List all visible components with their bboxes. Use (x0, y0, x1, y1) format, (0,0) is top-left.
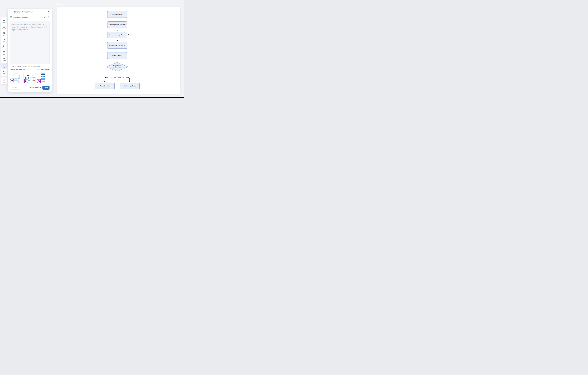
thumbs-up-icon[interactable] (44, 16, 46, 18)
disclaimer-text: Always verify the accuracy of AI-generat… (12, 65, 42, 67)
app-window: Ask a question Do background research Co… (0, 0, 184, 98)
flow-node-background-research[interactable]: Do background research (107, 21, 127, 28)
selected-image-icon (24, 79, 28, 83)
sidebar-item-graph[interactable]: Graph (1, 56, 7, 62)
sidebar-item-search[interactable]: Search (1, 18, 7, 24)
related-icon-thumbnail-stacked-steps[interactable]: sample text sample text sample text samp… (37, 73, 49, 83)
panel-footer: ‹ Back Give Feedback Done (10, 86, 50, 90)
ai-disclaimer-row: Always verify the accuracy of AI-generat… (10, 65, 42, 67)
flow-node-construct-hypothesis[interactable]: Construct a hypothesis (107, 32, 127, 38)
prompt-text: Outline the steps of the scientific meth… (11, 23, 48, 31)
sidebar-item-text[interactable]: Text (1, 31, 7, 37)
status-text: Generation complete (13, 16, 29, 18)
close-icon[interactable]: ✕ (48, 11, 50, 13)
sidebar-item-uploads[interactable]: Uploads (1, 24, 7, 31)
bottom-letterbox-bar (0, 97, 184, 98)
back-button[interactable]: ‹ Back (10, 86, 19, 90)
arrow-line-icon (3, 38, 5, 41)
bar-graph-icon (3, 57, 5, 60)
sparkles-icon (3, 64, 5, 66)
generation-status-row: Generation complete (10, 16, 50, 18)
selected-image-icon (10, 79, 14, 83)
svg-text:sample text: sample text (15, 82, 18, 82)
sidebar-item-more[interactable]: More (1, 69, 7, 75)
svg-text:sample text: sample text (14, 75, 17, 75)
edit-sidebar-card: Edit (1, 77, 7, 84)
svg-text:sample text: sample text (42, 81, 44, 82)
related-icons-row: Related BioRender Icons See more results (10, 69, 50, 71)
svg-text:sample text: sample text (42, 79, 44, 79)
selected-image-icon (38, 79, 41, 83)
panel-header: ← Generate Flowchart ✕ (10, 11, 50, 13)
tool-sidebar: Search Uploads Text (1, 17, 7, 84)
sidebar-item-shapes[interactable]: Shapes (1, 43, 7, 50)
related-icon-thumbnail-decision-flowchart[interactable] (23, 73, 36, 83)
sidebar-item-lines[interactable]: Lines (1, 37, 7, 43)
flow-node-revise-hypothesis[interactable]: Revise hypothesis (120, 83, 140, 89)
related-icons-heading: Related BioRender Icons (10, 69, 27, 71)
feedback-thumbs (44, 16, 50, 18)
svg-text:sample text: sample text (42, 76, 44, 77)
info-icon[interactable] (31, 11, 32, 13)
svg-text:sample text: sample text (42, 74, 44, 75)
flow-node-report-results[interactable]: Report results (95, 83, 115, 89)
table-icon (3, 51, 5, 53)
back-arrow-icon[interactable]: ← (10, 11, 12, 13)
canvas-top-highlight (55, 3, 65, 6)
upload-icon (3, 25, 5, 28)
info-icon (10, 65, 11, 67)
done-button[interactable]: Done (42, 86, 50, 90)
branch-label-yes[interactable]: Yes (108, 76, 114, 79)
flow-node-analyze-results[interactable]: Analyze results (107, 52, 127, 59)
prompt-input[interactable]: Outline the steps of the scientific meth… (10, 21, 50, 64)
panel-title: Generate Flowchart (14, 11, 30, 13)
thumbs-down-icon[interactable] (48, 16, 50, 18)
related-icon-thumbnail-outline-flowchart[interactable]: sample text sample text sample text (10, 73, 22, 83)
tool-sidebar-card: Search Uploads Text (1, 17, 7, 76)
related-icon-results: sample text sample text sample text (10, 73, 49, 83)
see-more-results-link[interactable]: See more results (38, 69, 50, 71)
sliders-icon (3, 79, 5, 81)
give-feedback-link[interactable]: Give Feedback (30, 87, 41, 89)
flow-decision-label[interactable]: Hypothesis supported? (110, 64, 124, 70)
generate-flowchart-panel: ← Generate Flowchart ✕ Generation comple… (8, 9, 52, 92)
svg-text:sample text: sample text (14, 78, 17, 79)
ellipsis-icon (3, 70, 5, 73)
flow-node-test-experiment[interactable]: Test with an experiment (107, 42, 127, 49)
chevron-left-icon: ‹ (12, 86, 13, 89)
shapes-icon (3, 44, 5, 47)
sidebar-item-table[interactable]: Table (1, 50, 7, 56)
check-circle-icon (10, 16, 12, 18)
flowchart-canvas[interactable]: Ask a question Do background research Co… (57, 7, 180, 94)
connector-lines (57, 7, 180, 94)
flow-node-ask-question[interactable]: Ask a question (107, 11, 127, 18)
sidebar-item-edit[interactable]: Edit (1, 78, 7, 84)
search-icon (3, 19, 5, 21)
text-frame-icon (3, 32, 5, 34)
branch-label-no[interactable]: No (121, 76, 126, 79)
sidebar-item-ai[interactable]: AI (1, 63, 7, 69)
